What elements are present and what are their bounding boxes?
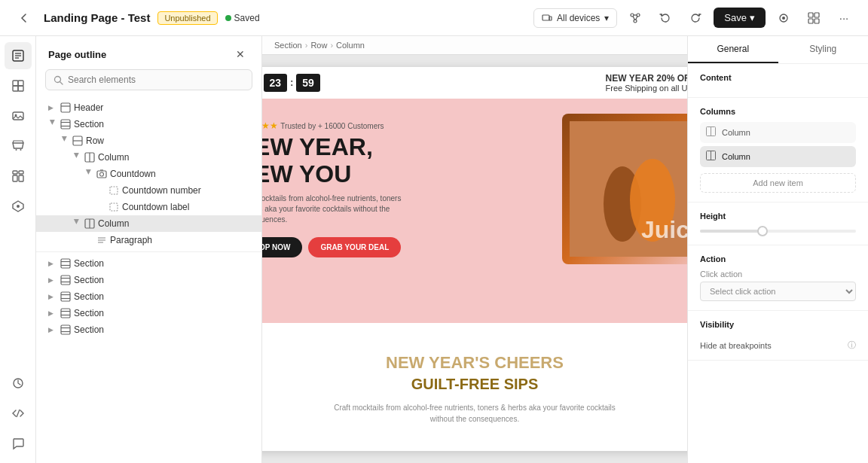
canvas-scroll: 00 : 23 : 59 NEW YEAR 20% OFF Free Shipp…	[262, 55, 687, 463]
chat-icon-button[interactable]	[5, 430, 32, 457]
svg-point-4	[634, 20, 637, 23]
svg-rect-18	[13, 81, 18, 86]
search-wrap	[45, 69, 252, 90]
svg-rect-21	[18, 86, 23, 91]
add-item-button[interactable]: Add new item	[700, 173, 856, 193]
preview-button[interactable]	[772, 6, 796, 30]
breadcrumb: Section › Row › Column	[262, 36, 687, 55]
svg-point-46	[100, 172, 104, 176]
tree-item-section-1[interactable]: ▶ Section	[36, 116, 261, 133]
panel-section-action: Action Click action Select click action	[688, 245, 868, 311]
store-icon-button[interactable]	[5, 133, 32, 160]
svg-rect-36	[61, 103, 70, 112]
topbar-right: All devices ▾ Save ▾ ···	[533, 6, 856, 30]
tree-item-header[interactable]: ▶ Header	[36, 99, 261, 116]
stars: ★★★★★ Trusted by + 16000 Customers	[262, 120, 550, 131]
tree-item-countdown-number[interactable]: ▶ Countdown number	[36, 182, 261, 199]
devices-button[interactable]: All devices ▾	[533, 8, 617, 28]
page-preview: 00 : 23 : 59 NEW YEAR 20% OFF Free Shipp…	[262, 67, 687, 451]
svg-rect-64	[61, 309, 70, 318]
outline-header: Page outline ✕	[36, 36, 261, 69]
column-item-2[interactable]: Column	[700, 146, 856, 167]
countdown-promo: NEW YEAR 20% OFF Free Shipping on all US…	[606, 73, 687, 93]
column-icon-prop-2	[706, 151, 716, 163]
tab-styling[interactable]: Styling	[778, 36, 869, 63]
column-item-1-label: Column	[722, 128, 750, 137]
section-4-label: Section	[74, 291, 104, 302]
countdown-bar: 00 : 23 : 59 NEW YEAR 20% OFF Free Shipp…	[262, 67, 687, 99]
countdown-label-label: Countdown label	[122, 202, 189, 212]
element-icon-2	[108, 202, 119, 212]
redo-button[interactable]	[683, 6, 708, 30]
paragraph-label: Paragraph	[110, 235, 152, 245]
second-subtitle: GUILT-FREE SIPS	[262, 376, 687, 393]
column-icon-prop	[706, 126, 716, 139]
svg-line-35	[60, 82, 63, 84]
tree-item-section-4[interactable]: ▶ Section	[36, 288, 261, 305]
content-title: Content	[700, 73, 856, 82]
save-button[interactable]: Save ▾	[714, 8, 766, 28]
history-icon-button[interactable]	[5, 370, 32, 397]
hide-breakpoints-row: Hide at breakpoints ⓘ	[700, 340, 856, 351]
hero-text: ★★★★★ Trusted by + 16000 Customers NEW Y…	[262, 120, 550, 257]
close-outline-button[interactable]: ✕	[231, 45, 249, 63]
outline-tree: ▶ Header ▶ Section ▶ Row ▶ Column	[36, 96, 261, 463]
hero-content: ★★★★★ Trusted by + 16000 Customers NEW Y…	[262, 99, 687, 279]
row-label: Row	[86, 136, 104, 146]
svg-rect-10	[808, 13, 813, 17]
chevron-down-icon-4: ▶	[85, 169, 93, 178]
elements-icon-button[interactable]	[5, 72, 32, 99]
countdown-boxes: 00 : 23 : 59	[262, 74, 320, 92]
column-item-1[interactable]: Column	[700, 122, 856, 143]
tree-item-paragraph[interactable]: ▶ Paragraph	[36, 232, 261, 248]
svg-rect-28	[13, 175, 17, 181]
tree-item-section-5[interactable]: ▶ Section	[36, 305, 261, 321]
back-button[interactable]	[12, 6, 36, 30]
column-1-label: Column	[98, 152, 129, 163]
connect-button[interactable]	[623, 6, 647, 30]
svg-rect-19	[18, 81, 23, 86]
tree-item-countdown[interactable]: ▶ Countdown	[36, 166, 261, 182]
unpublished-badge: Unpublished	[157, 11, 217, 25]
click-action-label: Click action	[700, 270, 856, 279]
tab-general[interactable]: General	[688, 36, 778, 63]
second-title: NEW YEAR'S CHEERS	[262, 353, 687, 373]
outline-title: Page outline	[48, 49, 106, 60]
tree-item-section-3[interactable]: ▶ Section	[36, 272, 261, 288]
search-input[interactable]	[68, 75, 244, 85]
slider-fill	[700, 230, 763, 233]
click-action-select[interactable]: Select click action	[700, 282, 856, 301]
undo-button[interactable]	[653, 6, 677, 30]
svg-rect-48	[110, 187, 118, 194]
countdown-timer: 00 : 23 : 59	[262, 74, 320, 92]
tree-item-section-6[interactable]: ▶ Section	[36, 321, 261, 338]
slider-track	[700, 230, 856, 233]
media-icon-button[interactable]	[5, 102, 32, 129]
topbar: Landing Page - Test Unpublished Saved Al…	[0, 0, 868, 36]
canvas-area: Section › Row › Column 00 : 23	[262, 36, 687, 463]
svg-line-7	[636, 16, 638, 20]
code-icon-button[interactable]	[5, 400, 32, 427]
saved-badge: Saved	[225, 13, 260, 23]
panel-section-height: Height	[688, 203, 868, 245]
tree-item-section-2[interactable]: ▶ Section	[36, 255, 261, 272]
tree-item-column-2[interactable]: ▶ Column	[36, 215, 261, 232]
tree-item-row[interactable]: ▶ Row	[36, 133, 261, 149]
shop-now-button[interactable]: SHOP NOW	[262, 237, 302, 257]
slider-thumb[interactable]	[757, 226, 768, 236]
page-title: Landing Page - Test	[44, 11, 150, 24]
properties-panel: General Styling Content Columns Column C…	[687, 36, 868, 463]
hero-sub: Craft mocktails from alcohol-free nutrie…	[262, 193, 402, 225]
tree-item-countdown-label[interactable]: ▶ Countdown label	[36, 199, 261, 215]
addons-icon-button[interactable]	[5, 193, 32, 220]
breadcrumb-row: Row	[310, 41, 327, 50]
more-button[interactable]: ···	[832, 6, 856, 30]
widgets-icon-button[interactable]	[5, 163, 32, 190]
layout-button[interactable]	[802, 6, 826, 30]
tree-item-column-1[interactable]: ▶ Column	[36, 149, 261, 166]
svg-text:Juic: Juic	[641, 216, 687, 243]
pages-icon-button[interactable]	[5, 42, 32, 69]
grab-deal-button[interactable]: GRAB YOUR DEAL	[308, 237, 401, 257]
countdown-mins: 23	[264, 74, 288, 92]
section-icon-3	[60, 275, 71, 285]
